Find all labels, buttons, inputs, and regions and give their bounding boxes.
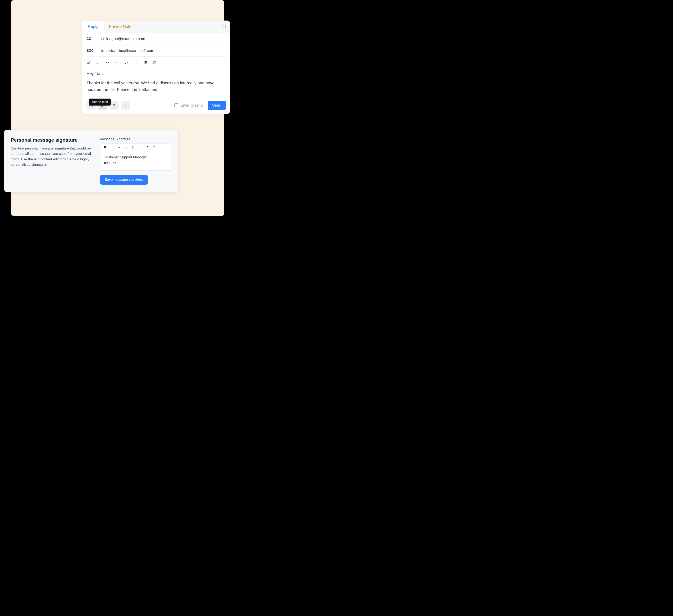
svg-rect-4 [145, 62, 147, 63]
cc-value: colleague@example.com [101, 37, 145, 41]
voice-button[interactable] [109, 101, 119, 110]
svg-rect-20 [147, 148, 148, 148]
redo-icon[interactable] [138, 145, 142, 149]
enter-to-send-label: Enter to send [181, 103, 203, 107]
redo-icon[interactable] [134, 60, 138, 64]
signature-heading: Personal message signature [11, 137, 94, 143]
signature-line1: Customer Support Manager [104, 155, 168, 161]
italic-icon[interactable]: I [110, 145, 114, 149]
text-cursor [159, 87, 159, 92]
tab-private-note[interactable]: Private Note [103, 21, 137, 33]
italic-icon[interactable]: I [96, 60, 100, 64]
signature-editor-panel: Message Signature B I [100, 137, 171, 185]
signature-editor: B I 123 [100, 143, 171, 171]
svg-rect-3 [145, 61, 147, 62]
bcc-label: BCC [86, 49, 95, 53]
link-icon[interactable] [115, 60, 119, 64]
svg-rect-26 [154, 147, 155, 148]
message-body[interactable]: Hey Tom, Thanks for the call yesterday. … [82, 66, 230, 98]
svg-point-16 [146, 147, 146, 147]
undo-icon[interactable] [124, 60, 129, 64]
bcc-row[interactable]: BCC important-bcc@example2.com [86, 45, 226, 57]
signature-button[interactable] [121, 101, 130, 110]
svg-text:3: 3 [153, 147, 153, 148]
bold-icon[interactable]: B [103, 145, 106, 149]
svg-point-2 [144, 63, 145, 64]
cc-row[interactable]: CC colleague@example.com [86, 33, 226, 45]
expand-icon[interactable] [222, 24, 227, 29]
svg-point-0 [144, 61, 145, 62]
undo-icon[interactable] [131, 145, 135, 149]
signature-line2: XYZ Inc. [104, 161, 168, 166]
signature-label: Message Signature [100, 137, 171, 141]
svg-rect-5 [145, 63, 147, 64]
svg-text:3: 3 [153, 63, 154, 64]
svg-rect-24 [154, 146, 155, 146]
body-greeting: Hey Tom, [86, 70, 226, 77]
code-icon[interactable] [105, 60, 109, 64]
bullet-list-icon[interactable] [145, 145, 149, 149]
bold-icon[interactable]: B [86, 60, 90, 64]
compose-tabs: Reply Private Note [82, 21, 230, 33]
signature-info: Personal message signature Create a pers… [11, 137, 94, 185]
format-toolbar: B I 123 [82, 57, 230, 66]
svg-rect-9 [154, 61, 156, 62]
svg-rect-10 [154, 62, 156, 63]
body-paragraph: Thanks for the call yesterday. We had a … [86, 80, 226, 93]
signature-toolbar: B I 123 [100, 143, 171, 151]
recipient-fields: CC colleague@example.com BCC important-b… [82, 33, 230, 57]
signature-description: Create a personal message signature that… [11, 146, 94, 167]
save-signature-button[interactable]: Save message signature [100, 175, 148, 185]
bullet-list-icon[interactable] [143, 60, 147, 64]
svg-point-1 [144, 62, 145, 63]
ordered-list-icon[interactable]: 123 [153, 60, 157, 64]
ordered-list-icon[interactable]: 123 [152, 145, 156, 149]
signature-card: Personal message signature Create a pers… [4, 130, 178, 192]
svg-point-17 [146, 147, 146, 148]
code-icon[interactable] [117, 145, 121, 149]
signature-content[interactable]: Customer Support Manager XYZ Inc. [100, 151, 171, 171]
cc-label: CC [86, 37, 95, 41]
bcc-value: important-bcc@example2.com [101, 48, 154, 53]
link-icon[interactable] [124, 145, 128, 149]
svg-point-15 [146, 146, 146, 146]
attach-tooltip: Attach files [89, 98, 111, 105]
enter-to-send-checkbox[interactable] [174, 103, 178, 107]
tab-reply[interactable]: Reply [82, 21, 103, 33]
svg-rect-11 [154, 63, 156, 63]
send-button[interactable]: Send [208, 101, 226, 110]
